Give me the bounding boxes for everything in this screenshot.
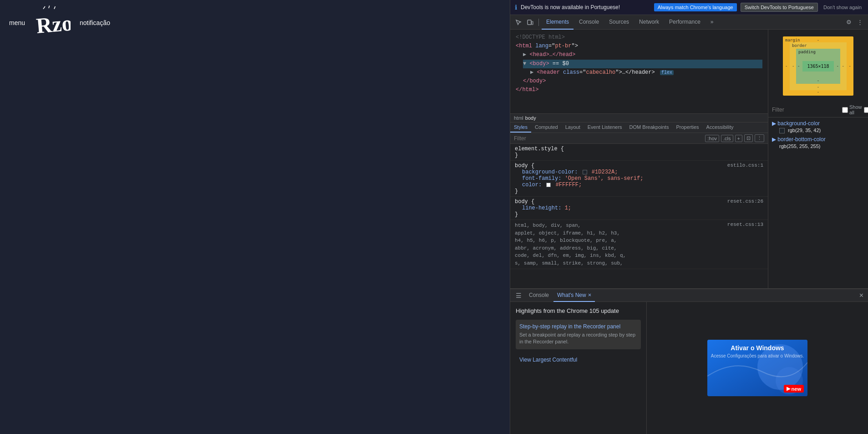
breadcrumb-html[interactable]: html xyxy=(514,115,523,121)
notification-label: notificação xyxy=(80,19,110,26)
dom-line-head: ▶ <head>…</head> xyxy=(523,51,762,59)
padding-bottom-value: - xyxy=(817,78,819,83)
inspect-element-button[interactable] xyxy=(513,17,524,27)
breadcrumb-body[interactable]: body xyxy=(525,115,536,121)
youtube-badge[interactable]: ▶ new xyxy=(784,385,804,393)
tab-properties[interactable]: Properties xyxy=(672,123,702,133)
dom-line-body-close: </body> xyxy=(523,77,762,86)
svg-line-2 xyxy=(49,5,50,8)
pseudo-cls-button[interactable]: .cls xyxy=(721,135,733,142)
settings-button[interactable]: ⚙ xyxy=(844,17,854,27)
whats-new-item-1-desc: Set a breakpoint and replay a recording … xyxy=(519,332,637,346)
new-badge: new xyxy=(792,386,801,392)
top-panel: <!DOCTYPE html> <html lang="pt-br"> ▶ <h… xyxy=(510,30,868,288)
drawer-close-button[interactable]: × xyxy=(858,291,865,300)
video-overlay-text: Ativar o Windows xyxy=(707,344,807,352)
whats-new-right: Ativar o Windows Acesse Configurações pa… xyxy=(647,302,868,434)
more-options-button[interactable]: ⋮ xyxy=(855,17,865,27)
devtools-notification-bar: ℹ DevTools is now available in Portugues… xyxy=(510,0,868,15)
dom-line-html-close: </html> xyxy=(516,86,762,94)
margin-left-value: - xyxy=(785,64,787,68)
tab-performance[interactable]: Performance xyxy=(665,15,705,30)
tab-event-listeners[interactable]: Event Listeners xyxy=(584,123,626,133)
styles-tabs: Styles Computed Layout Event Listeners D… xyxy=(510,123,768,133)
computed-prop-bgcolor: ▶ background-color xyxy=(772,119,864,128)
padding-left-value: - xyxy=(797,64,800,68)
dont-show-button[interactable]: Don't show again xyxy=(822,3,863,11)
margin-label: margin xyxy=(785,38,800,42)
dom-line-header[interactable]: ▶ <header class="cabecalho">…</header> f… xyxy=(530,68,762,77)
devtools-toolbar: Elements Console Sources Network Perform… xyxy=(510,15,868,30)
svg-rect-5 xyxy=(532,21,533,25)
dom-line-html: <html lang="pt-br"> xyxy=(516,42,762,51)
tab-more[interactable]: » xyxy=(706,15,718,30)
whats-new-close-icon[interactable]: × xyxy=(588,291,592,298)
border-label: border xyxy=(792,43,807,48)
devtools-main: <!DOCTYPE html> <html lang="pt-br"> ▶ <h… xyxy=(510,30,868,434)
device-toolbar-button[interactable] xyxy=(525,17,536,27)
border-right-value: - xyxy=(842,64,844,68)
margin-bottom-value: - xyxy=(817,90,819,94)
flex-badge: flex xyxy=(660,70,674,75)
css-rules[interactable]: element.style { } body { estilo.css:1 xyxy=(510,144,768,288)
group-checkbox-label[interactable]: Group xyxy=(864,107,868,113)
toolbar-right-icons: ⚙ ⋮ xyxy=(844,17,865,27)
breadcrumb-bar: html body xyxy=(510,114,768,123)
padding-label: padding xyxy=(798,50,816,54)
show-all-checkbox[interactable] xyxy=(842,107,848,113)
main-page: menu Rzos! notificação xyxy=(0,0,510,434)
tab-accessibility[interactable]: Accessibility xyxy=(703,123,737,133)
computed-filter-input[interactable] xyxy=(772,107,840,113)
tab-styles[interactable]: Styles xyxy=(510,123,531,133)
pseudo-hov-button[interactable]: :hov xyxy=(705,135,719,142)
dom-tree[interactable]: <!DOCTYPE html> <html lang="pt-br"> ▶ <h… xyxy=(510,30,768,114)
tab-computed[interactable]: Computed xyxy=(531,123,562,133)
always-match-button[interactable]: Always match Chrome's language xyxy=(654,3,737,11)
drawer-tab-console[interactable]: Console xyxy=(525,289,553,302)
menu-label: menu xyxy=(9,19,25,26)
styles-filter-input[interactable] xyxy=(514,135,703,142)
tab-console[interactable]: Console xyxy=(574,15,604,30)
computed-prop-border-bottom-color: ▶ border-bottom-color xyxy=(772,135,864,143)
tab-elements[interactable]: Elements xyxy=(542,15,574,30)
content-size: 1365×118 xyxy=(802,61,833,71)
bgcolor-swatch xyxy=(779,128,785,133)
margin-right-value: - xyxy=(849,64,851,68)
dom-line-body[interactable]: ▼ <body> == $0 xyxy=(523,60,762,68)
tab-network[interactable]: Network xyxy=(635,15,664,30)
css-rule-body-estilo: body { estilo.css:1 background-color: #1… xyxy=(510,161,768,197)
dom-line-doctype: <!DOCTYPE html> xyxy=(516,33,762,42)
more-style-options-button[interactable]: ⋮ xyxy=(755,134,764,142)
logo-area: Rzos! xyxy=(34,5,71,41)
drawer-menu-button[interactable]: ☰ xyxy=(513,292,524,299)
styles-filter-bar: :hov .cls + ⊡ ⋮ xyxy=(510,133,768,144)
tab-dom-breakpoints[interactable]: DOM Breakpoints xyxy=(626,123,673,133)
tab-layout[interactable]: Layout xyxy=(562,123,584,133)
styles-section: html body Styles Computed Layout Event L… xyxy=(510,114,768,288)
drawer-tab-whats-new[interactable]: What's New × xyxy=(553,289,595,302)
show-all-checkbox-label[interactable]: Show all xyxy=(842,104,862,115)
styles-main: html body Styles Computed Layout Event L… xyxy=(510,114,768,288)
box-model-area: margin - - - - border - - - xyxy=(768,30,868,102)
page-header: menu Rzos! notificação xyxy=(0,0,510,46)
whats-new-item-2[interactable]: View Largest Contentful xyxy=(516,353,641,368)
whats-new-item-1[interactable]: Step-by-step replay in the Recorder pane… xyxy=(516,320,641,349)
toolbar-divider xyxy=(538,19,539,26)
svg-line-1 xyxy=(43,6,45,9)
whats-new-item-2-title: View Largest Contentful xyxy=(519,357,637,363)
svg-rect-4 xyxy=(528,20,531,25)
video-sub-text: Acesse Configurações para ativar o Windo… xyxy=(707,353,807,358)
devtools-left: <!DOCTYPE html> <html lang="pt-br"> ▶ <h… xyxy=(510,30,768,288)
tab-sources[interactable]: Sources xyxy=(604,15,634,30)
toggle-style-button[interactable]: ⊡ xyxy=(744,134,753,142)
switch-portuguese-button[interactable]: Switch DevTools to Portuguese xyxy=(741,3,818,12)
group-checkbox[interactable] xyxy=(864,107,868,113)
computed-props[interactable]: ▶ background-color rgb(29, 35, 42) ▶ bor… xyxy=(768,117,868,288)
css-rule-reset13: reset.css:13 html, body, div, span, appl… xyxy=(510,220,768,269)
add-style-rule-button[interactable]: + xyxy=(735,135,742,142)
video-thumbnail[interactable]: Ativar o Windows Acesse Configurações pa… xyxy=(707,340,807,396)
play-icon: ▶ xyxy=(787,386,790,392)
bottom-drawer: ☰ Console What's New × × Highlights from… xyxy=(510,288,868,434)
computed-filter-bar: Show all Group xyxy=(768,102,868,117)
devtools-right: margin - - - - border - - - xyxy=(768,30,868,288)
